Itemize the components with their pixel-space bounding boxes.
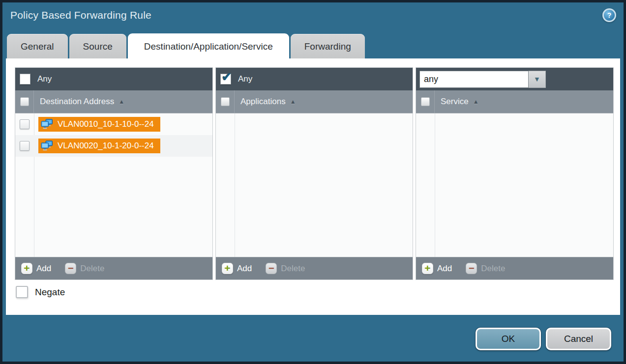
applications-column-header: Applications ▲ xyxy=(216,90,413,113)
delete-icon: − xyxy=(65,263,76,274)
negate-checkbox[interactable] xyxy=(16,286,28,298)
checkmark-icon: ✔ xyxy=(221,71,232,83)
columns-container: Any Destination Address ▲ xyxy=(15,67,614,280)
destination-any-label: Any xyxy=(37,74,52,84)
destination-address-row[interactable]: VLAN0010_10-1-10-0--24 xyxy=(15,113,212,135)
tab-bar: General Source Destination/Application/S… xyxy=(7,33,366,59)
tab-content-panel: Any Destination Address ▲ xyxy=(6,58,620,315)
service-dropdown-input[interactable] xyxy=(419,71,529,88)
service-add-button[interactable]: + Add xyxy=(422,263,452,274)
chevron-down-icon: ▼ xyxy=(534,75,540,83)
delete-icon: − xyxy=(466,263,477,274)
destination-any-checkbox[interactable] xyxy=(20,74,30,84)
destination-address-row[interactable]: VLAN0020_10-1-20-0--24 xyxy=(15,135,212,157)
service-select-all-cell xyxy=(416,90,435,113)
destination-delete-button[interactable]: − Delete xyxy=(65,263,104,274)
ok-button[interactable]: OK xyxy=(476,328,541,350)
delete-button-label: Delete xyxy=(481,264,505,274)
row-checkbox[interactable] xyxy=(20,119,30,129)
destination-select-all-cell xyxy=(15,90,34,113)
service-dropdown-button[interactable]: ▼ xyxy=(529,71,546,88)
destination-header-label[interactable]: Destination Address xyxy=(40,97,114,107)
applications-footer: + Add − Delete xyxy=(216,257,413,280)
help-glyph: ? xyxy=(607,12,612,19)
destination-column-header: Destination Address ▲ xyxy=(15,90,212,113)
add-button-label: Add xyxy=(237,264,252,274)
add-icon: + xyxy=(21,263,32,274)
dialog-title: Policy Based Forwarding Rule xyxy=(10,9,151,21)
delete-icon: − xyxy=(266,263,277,274)
negate-label: Negate xyxy=(35,287,65,298)
applications-select-all-cell xyxy=(216,90,235,113)
destination-address-list: VLAN0010_10-1-10-0--24 xyxy=(15,113,212,257)
sort-asc-icon[interactable]: ▲ xyxy=(473,98,479,105)
applications-any-checkbox[interactable]: ✔ xyxy=(220,74,231,84)
applications-select-all-checkbox[interactable] xyxy=(221,97,230,106)
service-dropdown-bar: ▼ xyxy=(416,68,613,90)
destination-footer: + Add − Delete xyxy=(15,257,212,280)
service-footer: + Add − Delete xyxy=(416,257,613,280)
add-button-label: Add xyxy=(36,264,51,274)
address-name: VLAN0010_10-1-10-0--24 xyxy=(58,119,154,129)
applications-any-bar: ✔ Any xyxy=(216,68,413,90)
help-icon[interactable]: ? xyxy=(602,8,616,22)
tab-destination-application-service[interactable]: Destination/Application/Service xyxy=(128,33,289,59)
applications-column: ✔ Any Applications ▲ + A xyxy=(215,67,413,280)
applications-list xyxy=(216,113,413,257)
applications-delete-button[interactable]: − Delete xyxy=(266,263,305,274)
address-object-item[interactable]: VLAN0010_10-1-10-0--24 xyxy=(38,117,160,132)
address-name: VLAN0020_10-1-20-0--24 xyxy=(58,141,154,151)
address-object-icon xyxy=(41,119,54,130)
row-checkbox-cell xyxy=(15,113,34,135)
add-icon: + xyxy=(222,263,233,274)
service-list xyxy=(416,113,613,257)
address-object-icon xyxy=(41,140,54,151)
service-dropdown: ▼ xyxy=(419,71,546,88)
applications-any-label: Any xyxy=(238,74,252,84)
service-select-all-checkbox[interactable] xyxy=(421,97,430,106)
tab-forwarding[interactable]: Forwarding xyxy=(291,34,365,59)
tab-source[interactable]: Source xyxy=(69,34,126,59)
destination-address-column: Any Destination Address ▲ xyxy=(15,67,213,280)
applications-header-label[interactable]: Applications xyxy=(240,97,286,107)
destination-add-button[interactable]: + Add xyxy=(21,263,51,274)
sort-asc-icon[interactable]: ▲ xyxy=(290,98,296,105)
cancel-button[interactable]: Cancel xyxy=(546,328,611,350)
service-header-label[interactable]: Service xyxy=(441,97,469,107)
service-delete-button[interactable]: − Delete xyxy=(466,263,505,274)
add-icon: + xyxy=(422,263,433,274)
applications-add-button[interactable]: + Add xyxy=(222,263,252,274)
delete-button-label: Delete xyxy=(80,264,104,274)
policy-based-forwarding-dialog: Policy Based Forwarding Rule ? General S… xyxy=(0,0,626,364)
destination-select-all-checkbox[interactable] xyxy=(20,97,29,106)
service-column: ▼ Service ▲ + Add xyxy=(416,67,614,280)
destination-any-bar: Any xyxy=(15,68,212,90)
address-object-item[interactable]: VLAN0020_10-1-20-0--24 xyxy=(38,139,160,153)
row-checkbox[interactable] xyxy=(20,141,30,151)
service-column-header: Service ▲ xyxy=(416,90,613,113)
tab-general[interactable]: General xyxy=(7,34,68,59)
add-button-label: Add xyxy=(437,264,452,274)
delete-button-label: Delete xyxy=(281,264,305,274)
row-checkbox-cell xyxy=(15,135,34,157)
negate-row: Negate xyxy=(16,286,65,298)
sort-asc-icon[interactable]: ▲ xyxy=(119,98,124,105)
